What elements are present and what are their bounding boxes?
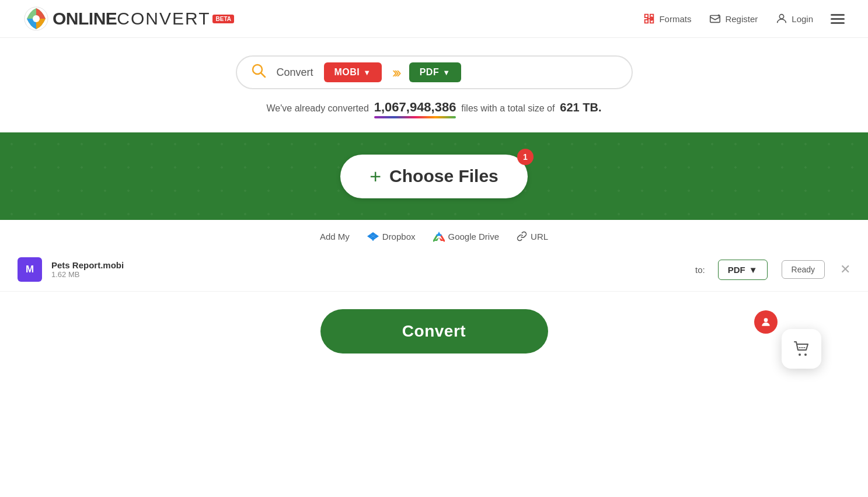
login-link[interactable]: Login bbox=[775, 12, 813, 25]
file-format-select[interactable]: PDF ▼ bbox=[718, 260, 768, 280]
file-avatar: M bbox=[18, 257, 42, 282]
convert-text-label: Convert bbox=[277, 66, 313, 79]
svg-point-9 bbox=[372, 240, 374, 241]
file-name: Pets Report.mobi bbox=[51, 260, 686, 270]
to-format-button[interactable]: PDF ▼ bbox=[409, 62, 461, 82]
register-icon bbox=[709, 12, 721, 25]
floating-cart-button[interactable] bbox=[782, 329, 821, 369]
search-box: Convert MOBI ▼ ››› PDF ▼ bbox=[236, 55, 633, 89]
convert-section: Convert bbox=[0, 292, 868, 365]
upload-area: + Choose Files 1 bbox=[0, 132, 868, 220]
choose-files-button[interactable]: + Choose Files 1 bbox=[340, 155, 528, 198]
formats-link[interactable]: Formats bbox=[643, 12, 691, 25]
file-row: M Pets Report.mobi 1.62 MB to: PDF ▼ Rea… bbox=[0, 248, 868, 292]
header: ONLINECONVERT BETA Formats Register bbox=[0, 0, 868, 38]
svg-line-8 bbox=[261, 73, 265, 77]
svg-point-1 bbox=[33, 15, 40, 22]
remove-file-button[interactable]: ✕ bbox=[840, 263, 850, 276]
from-format-button[interactable]: MOBI ▼ bbox=[324, 62, 382, 82]
choose-files-label: Choose Files bbox=[389, 166, 499, 186]
direction-arrows: ››› bbox=[392, 64, 399, 82]
floating-user-button[interactable] bbox=[754, 310, 778, 334]
pdf-dropdown-arrow: ▼ bbox=[442, 68, 450, 77]
search-icon[interactable] bbox=[251, 63, 266, 82]
file-info: Pets Report.mobi 1.62 MB bbox=[51, 260, 686, 279]
google-drive-label: Google Drive bbox=[448, 232, 500, 242]
login-icon bbox=[775, 12, 788, 25]
stats-middle: files with a total size of bbox=[461, 103, 555, 113]
logo: ONLINECONVERT BETA bbox=[23, 6, 234, 32]
url-label: URL bbox=[531, 232, 548, 242]
svg-point-6 bbox=[780, 15, 784, 19]
logo-icon bbox=[23, 6, 49, 32]
stats-prefix: We've already converted bbox=[267, 103, 369, 113]
convert-button[interactable]: Convert bbox=[320, 309, 548, 354]
svg-point-17 bbox=[764, 318, 768, 322]
stats-number: 1,067,948,386 bbox=[374, 100, 456, 115]
dropbox-source[interactable]: Dropbox bbox=[367, 230, 416, 242]
plus-icon: + bbox=[369, 165, 381, 188]
file-size: 1.62 MB bbox=[51, 270, 686, 279]
sources-row: Add My Dropbox Google Drive URL bbox=[0, 220, 868, 248]
user-icon bbox=[760, 316, 772, 328]
mobi-dropdown-arrow: ▼ bbox=[363, 68, 371, 77]
dropbox-icon bbox=[367, 230, 379, 242]
header-nav: Formats Register Login bbox=[643, 12, 845, 25]
hamburger-menu[interactable] bbox=[831, 14, 845, 24]
logo-text: ONLINECONVERT bbox=[53, 9, 210, 29]
formats-icon bbox=[643, 12, 656, 25]
stats-bar: We've already converted 1,067,948,386 fi… bbox=[0, 100, 868, 115]
file-format-value: PDF bbox=[728, 265, 745, 275]
ready-status: Ready bbox=[782, 260, 825, 279]
svg-point-18 bbox=[799, 354, 801, 356]
register-link[interactable]: Register bbox=[709, 12, 758, 25]
url-source[interactable]: URL bbox=[517, 231, 548, 242]
file-count-badge: 1 bbox=[517, 149, 534, 165]
add-my-label: Add My bbox=[320, 232, 350, 242]
login-label: Login bbox=[792, 14, 813, 24]
cart-icon bbox=[792, 340, 811, 358]
url-icon bbox=[517, 231, 527, 242]
dropbox-label: Dropbox bbox=[382, 232, 416, 242]
google-drive-icon bbox=[433, 230, 445, 242]
google-drive-source[interactable]: Google Drive bbox=[433, 230, 500, 242]
beta-badge: BETA bbox=[212, 15, 233, 23]
svg-point-19 bbox=[804, 354, 807, 356]
file-format-arrow: ▼ bbox=[749, 265, 758, 275]
search-convert-bar: Convert MOBI ▼ ››› PDF ▼ bbox=[0, 55, 868, 89]
register-label: Register bbox=[725, 14, 758, 24]
formats-label: Formats bbox=[659, 14, 691, 24]
to-label: to: bbox=[695, 265, 705, 275]
stats-size: 621 TB. bbox=[560, 101, 601, 114]
